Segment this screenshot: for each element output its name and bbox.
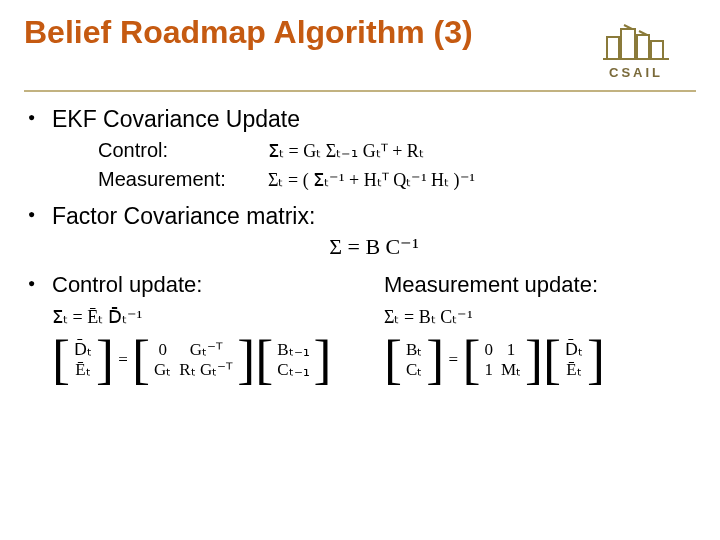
measurement-update-heading: Measurement update: bbox=[384, 272, 696, 298]
two-col: Control update: Σ̄ₜ = Ēₜ D̄ₜ⁻¹ [ D̄ₜ Ēₜ … bbox=[52, 272, 696, 382]
bullet-factor: Factor Covariance matrix: Σ = B C⁻¹ bbox=[24, 203, 696, 260]
bullet-list: EKF Covariance Update Control: Σ̄ₜ = Gₜ … bbox=[24, 106, 696, 382]
ctrl-matrix-eq: [ D̄ₜ Ēₜ ] = [ 0 Gₜ bbox=[52, 339, 332, 382]
svg-rect-0 bbox=[607, 37, 619, 59]
factor-eq: Σ = B C⁻¹ bbox=[52, 234, 696, 260]
bullet-ekf: EKF Covariance Update Control: Σ̄ₜ = Gₜ … bbox=[24, 106, 696, 191]
m: Ēₜ bbox=[566, 360, 581, 380]
meas-matrix-eq: [ Bₜ Cₜ ] = [ 0 1 bbox=[384, 339, 605, 382]
ekf-control-row: Control: Σ̄ₜ = Gₜ Σₜ₋₁ Gₜᵀ + Rₜ bbox=[98, 139, 696, 162]
m: 1 bbox=[484, 360, 493, 380]
control-update-eqs: Σ̄ₜ = Ēₜ D̄ₜ⁻¹ [ D̄ₜ Ēₜ ] = [ bbox=[52, 306, 364, 382]
m: 1 bbox=[507, 340, 516, 360]
m: D̄ₜ bbox=[74, 340, 92, 360]
header: Belief Roadmap Algorithm (3) CSAIL bbox=[24, 14, 696, 92]
buildings-icon bbox=[601, 19, 671, 63]
bullet-factor-text: Factor Covariance matrix: bbox=[52, 203, 315, 229]
csail-logo: CSAIL bbox=[576, 14, 696, 84]
m: Rₜ Gₜ⁻ᵀ bbox=[179, 360, 233, 380]
m: Cₜ₋₁ bbox=[277, 360, 309, 380]
m: Cₜ bbox=[406, 360, 422, 380]
svg-rect-2 bbox=[637, 35, 649, 59]
meas-sigma-eq: Σₜ = Bₜ Cₜ⁻¹ bbox=[384, 306, 696, 329]
control-label: Control: bbox=[98, 139, 268, 162]
m: D̄ₜ bbox=[565, 340, 583, 360]
ekf-sub: Control: Σ̄ₜ = Gₜ Σₜ₋₁ Gₜᵀ + Rₜ Measurem… bbox=[52, 139, 696, 191]
m: Bₜ₋₁ bbox=[277, 340, 309, 360]
measurement-update-col: Measurement update: Σₜ = Bₜ Cₜ⁻¹ [ Bₜ Cₜ bbox=[384, 272, 696, 382]
m: Gₜ⁻ᵀ bbox=[190, 340, 223, 360]
content: EKF Covariance Update Control: Σ̄ₜ = Gₜ … bbox=[24, 92, 696, 382]
measurement-update-eqs: Σₜ = Bₜ Cₜ⁻¹ [ Bₜ Cₜ ] = [ bbox=[384, 306, 696, 382]
control-update-col: Control update: Σ̄ₜ = Ēₜ D̄ₜ⁻¹ [ D̄ₜ Ēₜ … bbox=[52, 272, 364, 382]
page-title: Belief Roadmap Algorithm (3) bbox=[24, 14, 473, 51]
m: Mₜ bbox=[501, 360, 521, 380]
ekf-measurement-row: Measurement: Σₜ = ( Σ̄ₜ⁻¹ + Hₜᵀ Qₜ⁻¹ Hₜ … bbox=[98, 168, 696, 191]
m: 0 bbox=[484, 340, 493, 360]
measurement-label: Measurement: bbox=[98, 168, 268, 191]
m: 0 bbox=[158, 340, 167, 360]
bullet-ekf-text: EKF Covariance Update bbox=[52, 106, 300, 132]
ekf-measurement-eq: Σₜ = ( Σ̄ₜ⁻¹ + Hₜᵀ Qₜ⁻¹ Hₜ )⁻¹ bbox=[268, 169, 475, 191]
logo-label: CSAIL bbox=[609, 65, 663, 80]
control-update-heading: Control update: bbox=[52, 272, 364, 298]
svg-rect-3 bbox=[651, 41, 663, 59]
m: Gₜ bbox=[154, 360, 171, 380]
m: Bₜ bbox=[406, 340, 422, 360]
svg-rect-1 bbox=[621, 29, 635, 59]
ctrl-sigma-eq: Σ̄ₜ = Ēₜ D̄ₜ⁻¹ bbox=[52, 306, 364, 329]
bullet-updates: Control update: Σ̄ₜ = Ēₜ D̄ₜ⁻¹ [ D̄ₜ Ēₜ … bbox=[24, 272, 696, 382]
slide: Belief Roadmap Algorithm (3) CSAIL EKF C… bbox=[0, 0, 720, 540]
ekf-control-eq: Σ̄ₜ = Gₜ Σₜ₋₁ Gₜᵀ + Rₜ bbox=[268, 140, 424, 162]
m: Ēₜ bbox=[75, 360, 90, 380]
